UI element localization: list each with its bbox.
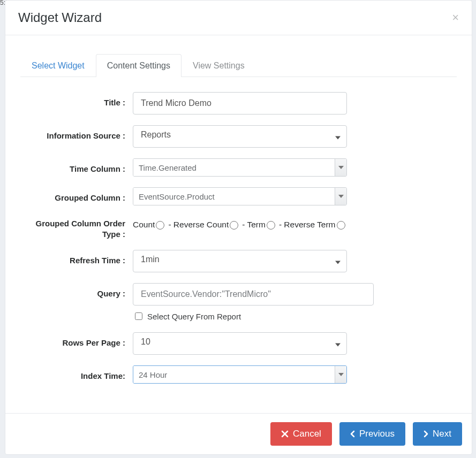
grouped-column-input[interactable] bbox=[133, 188, 335, 205]
label-rows-per-page: Rows Per Page : bbox=[20, 332, 133, 348]
chevron-down-icon bbox=[338, 166, 344, 169]
widget-wizard-modal: Widget Wizard × Select Widget Content Se… bbox=[5, 0, 472, 455]
index-time-dropdown-button[interactable] bbox=[335, 366, 346, 383]
tab-content-settings[interactable]: Content Settings bbox=[96, 54, 182, 77]
previous-label: Previous bbox=[359, 429, 395, 439]
row-query: Query : Select Query From Report bbox=[20, 283, 457, 322]
time-column-input[interactable] bbox=[133, 159, 335, 176]
chevron-right-icon bbox=[424, 430, 428, 438]
order-count-radio[interactable] bbox=[156, 221, 164, 230]
row-information-source: Information Source : Reports bbox=[20, 125, 457, 148]
row-time-column: Time Column : bbox=[20, 158, 457, 177]
order-count-label: Count bbox=[133, 220, 155, 230]
next-button[interactable]: Next bbox=[413, 422, 462, 446]
cancel-label: Cancel bbox=[293, 429, 321, 439]
order-reverse-count-radio[interactable] bbox=[230, 221, 238, 230]
modal-title: Widget Wizard bbox=[18, 10, 102, 25]
modal-body: Select Widget Content Settings View Sett… bbox=[5, 35, 472, 413]
next-label: Next bbox=[433, 429, 451, 439]
close-icon[interactable]: × bbox=[452, 12, 459, 24]
rows-per-page-value: 10 bbox=[133, 332, 347, 355]
label-query: Query : bbox=[20, 283, 133, 299]
title-input[interactable] bbox=[133, 92, 347, 114]
label-time-column: Time Column : bbox=[20, 158, 133, 174]
grouped-column-combo[interactable] bbox=[133, 187, 347, 205]
row-rows-per-page: Rows Per Page : 10 bbox=[20, 332, 457, 355]
order-reverse-term-radio[interactable] bbox=[337, 221, 345, 230]
previous-button[interactable]: Previous bbox=[339, 422, 405, 446]
chevron-left-icon bbox=[350, 430, 355, 438]
row-refresh-time: Refresh Time : 1min bbox=[20, 250, 457, 272]
information-source-select[interactable]: Reports bbox=[133, 125, 347, 148]
rows-per-page-select[interactable]: 10 bbox=[133, 332, 347, 355]
order-reverse-term-label: - Reverse Term bbox=[279, 220, 336, 230]
label-grouped-order-type: Grouped Column Order Type : bbox=[20, 216, 133, 239]
label-information-source: Information Source : bbox=[20, 125, 133, 141]
row-index-time: Index Time: bbox=[20, 365, 457, 384]
close-icon bbox=[281, 430, 289, 438]
information-source-value: Reports bbox=[133, 125, 347, 148]
modal-footer: Cancel Previous Next bbox=[5, 413, 472, 454]
svg-marker-1 bbox=[338, 195, 344, 198]
refresh-time-value: 1min bbox=[133, 250, 347, 272]
select-query-from-report-label: Select Query From Report bbox=[147, 312, 241, 321]
label-refresh-time: Refresh Time : bbox=[20, 250, 133, 266]
select-query-from-report-checkbox[interactable] bbox=[135, 312, 142, 320]
row-grouped-column: Grouped Column : bbox=[20, 187, 457, 205]
tab-select-widget[interactable]: Select Widget bbox=[20, 54, 96, 77]
label-index-time: Index Time: bbox=[20, 365, 133, 381]
label-title: Title : bbox=[20, 92, 133, 108]
order-term-label: - Term bbox=[242, 220, 266, 230]
refresh-time-select[interactable]: 1min bbox=[133, 250, 347, 272]
index-time-combo[interactable] bbox=[133, 365, 347, 384]
time-column-combo[interactable] bbox=[133, 158, 347, 177]
query-input[interactable] bbox=[133, 283, 374, 306]
cancel-button[interactable]: Cancel bbox=[270, 422, 332, 446]
chevron-down-icon bbox=[338, 373, 344, 376]
index-time-input[interactable] bbox=[133, 366, 335, 383]
row-grouped-order-type: Grouped Column Order Type : Count - Reve… bbox=[20, 216, 457, 239]
chevron-down-icon bbox=[338, 195, 344, 198]
svg-marker-0 bbox=[338, 166, 344, 169]
grouped-column-dropdown-button[interactable] bbox=[335, 188, 346, 205]
form-content-settings: Title : Information Source : Reports Tim… bbox=[20, 77, 457, 405]
time-column-dropdown-button[interactable] bbox=[335, 159, 346, 176]
select-query-from-report-row[interactable]: Select Query From Report bbox=[133, 311, 379, 322]
tab-view-settings[interactable]: View Settings bbox=[182, 54, 256, 77]
row-title: Title : bbox=[20, 92, 457, 114]
tabs: Select Widget Content Settings View Sett… bbox=[20, 54, 457, 77]
grouped-order-radio-group: Count - Reverse Count - Term - R bbox=[133, 216, 379, 230]
order-reverse-count-label: - Reverse Count bbox=[168, 220, 229, 230]
order-term-radio[interactable] bbox=[267, 221, 275, 230]
modal-header: Widget Wizard × bbox=[5, 1, 472, 35]
label-grouped-column: Grouped Column : bbox=[20, 187, 133, 203]
svg-marker-2 bbox=[338, 373, 344, 376]
